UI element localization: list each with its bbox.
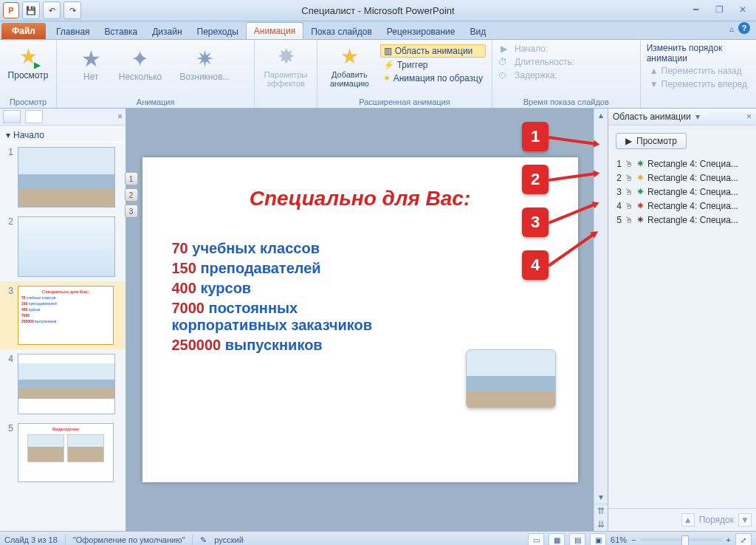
view-normal-button[interactable]: ▭ bbox=[528, 533, 544, 545]
view-sorter-button[interactable]: ▦ bbox=[549, 533, 565, 545]
tab-animations[interactable]: Анимация bbox=[246, 22, 303, 39]
anim-multiple[interactable]: ✦ Несколько bbox=[119, 46, 162, 82]
anim-order-tag[interactable]: 2 bbox=[125, 188, 138, 202]
mouse-icon: 🖱 bbox=[625, 187, 633, 197]
slide-line[interactable]: 400 курсов bbox=[172, 280, 549, 297]
zoom-slider[interactable] bbox=[641, 538, 722, 541]
scroll-down-button[interactable]: ▾ bbox=[594, 490, 608, 504]
animation-painter-button[interactable]: ✶ Анимация по образцу bbox=[380, 72, 486, 84]
arrow-down-icon: ▼ bbox=[650, 79, 659, 89]
prev-slide-button[interactable]: ⇈ bbox=[594, 504, 608, 518]
anim-order-tag[interactable]: 3 bbox=[125, 205, 138, 218]
animation-pane: Область анимации ▾ × ▶ Просмотр 1 🖱 ✷ Re… bbox=[608, 109, 756, 531]
slide-image[interactable] bbox=[466, 349, 556, 408]
file-tab[interactable]: Файл bbox=[1, 23, 46, 39]
next-slide-button[interactable]: ⇊ bbox=[594, 518, 608, 531]
duration-label: Длительность: bbox=[515, 57, 574, 67]
callout-arrow bbox=[548, 134, 600, 148]
chevron-down-icon[interactable]: ▾ bbox=[695, 112, 700, 122]
start-icon: ▶ bbox=[498, 44, 507, 54]
move-earlier-button[interactable]: ▲ Переместить назад bbox=[647, 65, 750, 77]
close-animation-pane[interactable]: × bbox=[746, 112, 752, 122]
star-icon: ✷ bbox=[196, 46, 214, 72]
tab-slideshow[interactable]: Показ слайдов bbox=[303, 24, 379, 39]
close-pane-button[interactable]: × bbox=[117, 112, 123, 122]
animation-pane-button[interactable]: ▥ Область анимации bbox=[380, 44, 486, 58]
view-slideshow-button[interactable]: ▣ bbox=[590, 533, 606, 545]
preview-button[interactable]: ★▶ Просмотр bbox=[5, 43, 52, 82]
app-icon[interactable]: P bbox=[3, 2, 19, 18]
window-close-button[interactable]: ✕ bbox=[734, 3, 752, 16]
slides-tab[interactable] bbox=[3, 110, 21, 123]
ribbon-minimize-icon[interactable]: ▵ bbox=[729, 24, 734, 34]
qat-save-button[interactable]: 💾 bbox=[22, 1, 40, 19]
start-select[interactable]: Начало: bbox=[512, 43, 585, 55]
effect-options-button[interactable]: ✸ Параметры эффектов bbox=[261, 43, 311, 89]
thumb-3[interactable]: 3 Специально для Вас: 70 учебных классов… bbox=[0, 281, 126, 349]
anim-appear[interactable]: ✷ Возникнов... bbox=[179, 46, 230, 82]
fit-to-window-button[interactable]: ⤢ bbox=[735, 533, 752, 545]
status-language[interactable]: русский bbox=[214, 535, 243, 544]
mouse-icon: 🖱 bbox=[625, 159, 633, 169]
slide-line[interactable]: 7000 постоянных корпоративных заказчиков bbox=[172, 300, 394, 334]
anim-none[interactable]: ★ Нет bbox=[81, 46, 101, 82]
window-minimize-button[interactable]: ━ bbox=[687, 3, 704, 16]
slide-line[interactable]: 70 учебных классов bbox=[172, 240, 549, 257]
animation-list[interactable]: 1 🖱 ✷ Rectangle 4: Специа... 2 🖱 ✷ Recta… bbox=[608, 157, 756, 508]
thumb-2[interactable]: 2 bbox=[0, 212, 126, 281]
thumb-5[interactable]: 5 Видеоуроки bbox=[0, 419, 126, 487]
effect-icon: ✷ bbox=[636, 186, 645, 197]
animation-item[interactable]: 4 🖱 ✷ Rectangle 4: Специа... bbox=[613, 199, 752, 213]
zoom-in-button[interactable]: + bbox=[726, 535, 731, 544]
reorder-down-button[interactable]: ▼ bbox=[738, 513, 752, 527]
chevron-down-icon: ▾ bbox=[6, 130, 10, 140]
reorder-up-button[interactable]: ▲ bbox=[681, 513, 695, 527]
thumb-number: 4 bbox=[6, 354, 13, 364]
mouse-icon: 🖱 bbox=[625, 201, 633, 211]
group-label-advanced: Расширенная анимация bbox=[323, 96, 486, 106]
qat-redo-button[interactable]: ↷ bbox=[63, 1, 81, 19]
tab-transitions[interactable]: Переходы bbox=[190, 24, 246, 39]
view-reading-button[interactable]: ▤ bbox=[569, 533, 585, 545]
effect-icon: ✷ bbox=[636, 172, 645, 183]
tab-review[interactable]: Рецензирование bbox=[379, 24, 463, 39]
status-slide: Слайд 3 из 18 bbox=[4, 535, 58, 544]
slide-canvas[interactable]: 1 2 3 Специально для Вас: 70 учебных кла… bbox=[142, 157, 578, 482]
play-animation-button[interactable]: ▶ Просмотр bbox=[616, 133, 687, 149]
tab-home[interactable]: Главная bbox=[49, 24, 97, 39]
tab-insert[interactable]: Вставка bbox=[97, 24, 145, 39]
move-later-button[interactable]: ▼ Переместить вперед bbox=[647, 78, 750, 90]
thumbnails[interactable]: 1 2 3 Специально для Вас: 70 учебных кла… bbox=[0, 143, 126, 531]
animation-item[interactable]: 1 🖱 ✷ Rectangle 4: Специа... bbox=[613, 157, 752, 171]
outline-tab[interactable] bbox=[25, 110, 43, 123]
star-icon: ✦ bbox=[131, 46, 149, 72]
thumb-4[interactable]: 4 bbox=[0, 349, 126, 419]
order-label: Порядок bbox=[699, 515, 734, 525]
slide-title[interactable]: Специально для Вас: bbox=[172, 187, 549, 210]
thumb-1[interactable]: 1 bbox=[0, 143, 126, 212]
qat-undo-button[interactable]: ↶ bbox=[43, 1, 61, 19]
trigger-icon: ⚡ bbox=[383, 60, 394, 70]
animation-item[interactable]: 5 🖱 ✷ Rectangle 4: Специа... bbox=[613, 213, 752, 227]
tab-design[interactable]: Дизайн bbox=[145, 24, 189, 39]
add-animation-button[interactable]: ★ Добавить анимацию bbox=[323, 43, 376, 89]
section-header[interactable]: ▾ Начало bbox=[0, 126, 126, 143]
slide-line[interactable]: 150 преподавателей bbox=[172, 260, 549, 277]
anim-order-tag[interactable]: 1 bbox=[125, 172, 138, 185]
scroll-up-button[interactable]: ▴ bbox=[594, 109, 608, 122]
thumb-number: 3 bbox=[6, 286, 13, 296]
help-button[interactable]: ? bbox=[738, 22, 750, 34]
animation-item[interactable]: 2 🖱 ✷ Rectangle 4: Специа... bbox=[613, 171, 752, 185]
spellcheck-icon[interactable]: ✎ bbox=[200, 535, 207, 545]
effect-icon: ✷ bbox=[636, 158, 645, 169]
trigger-button[interactable]: ⚡ Триггер bbox=[380, 59, 486, 71]
group-label-animation: Анимация bbox=[137, 96, 175, 106]
zoom-out-button[interactable]: − bbox=[631, 535, 636, 544]
anim-appear-label: Возникнов... bbox=[179, 72, 230, 82]
preview-label: Просмотр bbox=[8, 70, 49, 80]
tab-view[interactable]: Вид bbox=[463, 24, 494, 39]
window-restore-button[interactable]: ❐ bbox=[710, 3, 728, 16]
delay-field: Задержка: bbox=[512, 69, 585, 81]
mouse-icon: 🖱 bbox=[625, 215, 633, 225]
animation-item[interactable]: 3 🖱 ✷ Rectangle 4: Специа... bbox=[613, 185, 752, 199]
